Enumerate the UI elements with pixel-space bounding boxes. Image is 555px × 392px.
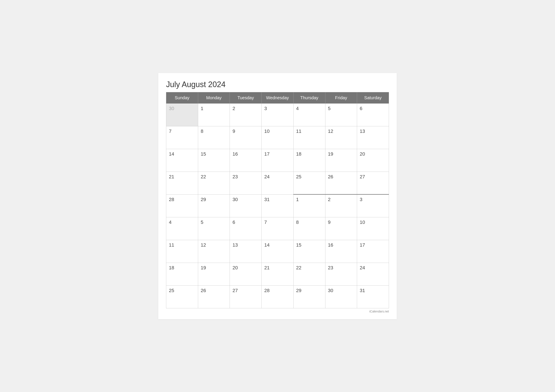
calendar-cell[interactable]: 2: [230, 103, 262, 126]
calendar-cell[interactable]: 28: [166, 194, 198, 217]
calendar-cell[interactable]: 27: [357, 172, 389, 194]
calendar-cell[interactable]: 14: [262, 240, 293, 263]
calendar-cell[interactable]: 30: [325, 285, 357, 308]
week-row-1: 78910111213: [166, 126, 389, 149]
header-cell-monday: Monday: [198, 92, 230, 103]
header-cell-friday: Friday: [325, 92, 357, 103]
calendar-cell[interactable]: 31: [357, 285, 389, 308]
calendar-cell[interactable]: 12: [325, 126, 357, 149]
week-row-3: 21222324252627: [166, 172, 389, 194]
calendar-cell[interactable]: 20: [357, 149, 389, 172]
calendar-cell[interactable]: 21: [262, 263, 293, 285]
calendar-cell[interactable]: 25: [293, 172, 325, 194]
calendar-cell[interactable]: 13: [357, 126, 389, 149]
calendar-cell[interactable]: 2: [325, 194, 357, 217]
calendar-cell[interactable]: 4: [166, 217, 198, 240]
calendar-cell[interactable]: 1: [198, 103, 230, 126]
calendar-table: SundayMondayTuesdayWednesdayThursdayFrid…: [166, 92, 389, 308]
calendar-cell[interactable]: 18: [166, 263, 198, 285]
calendar-cell[interactable]: 6: [230, 217, 262, 240]
calendar-cell[interactable]: 18: [293, 149, 325, 172]
calendar-cell[interactable]: 28: [262, 285, 293, 308]
calendar-cell[interactable]: 22: [198, 172, 230, 194]
header-cell-saturday: Saturday: [357, 92, 389, 103]
calendar-cell[interactable]: 10: [262, 126, 293, 149]
calendar-cell[interactable]: 3: [357, 194, 389, 217]
week-row-5: 45678910: [166, 217, 389, 240]
header-cell-thursday: Thursday: [293, 92, 325, 103]
calendar-cell[interactable]: 9: [230, 126, 262, 149]
week-row-8: 25262728293031: [166, 285, 389, 308]
calendar-cell[interactable]: 29: [293, 285, 325, 308]
calendar-cell[interactable]: 8: [198, 126, 230, 149]
week-row-7: 18192021222324: [166, 263, 389, 285]
week-row-6: 11121314151617: [166, 240, 389, 263]
calendar-cell[interactable]: 17: [357, 240, 389, 263]
header-row: SundayMondayTuesdayWednesdayThursdayFrid…: [166, 92, 389, 103]
calendar-cell[interactable]: 21: [166, 172, 198, 194]
calendar-cell[interactable]: 19: [198, 263, 230, 285]
calendar-cell[interactable]: 23: [230, 172, 262, 194]
calendar-cell[interactable]: 9: [325, 217, 357, 240]
calendar-cell[interactable]: 24: [357, 263, 389, 285]
calendar-cell[interactable]: 16: [325, 240, 357, 263]
calendar-cell[interactable]: 16: [230, 149, 262, 172]
header-cell-sunday: Sunday: [166, 92, 198, 103]
calendar-cell[interactable]: 26: [198, 285, 230, 308]
calendar-cell[interactable]: 13: [230, 240, 262, 263]
calendar-cell[interactable]: 23: [325, 263, 357, 285]
calendar-body: 3012345678910111213141516171819202122232…: [166, 103, 389, 308]
calendar-cell[interactable]: 7: [166, 126, 198, 149]
calendar-cell[interactable]: 6: [357, 103, 389, 126]
calendar-cell[interactable]: 20: [230, 263, 262, 285]
header-cell-tuesday: Tuesday: [230, 92, 262, 103]
week-row-2: 14151617181920: [166, 149, 389, 172]
calendar-cell[interactable]: 5: [198, 217, 230, 240]
calendar-cell[interactable]: 15: [198, 149, 230, 172]
calendar-cell[interactable]: 17: [262, 149, 293, 172]
calendar-cell[interactable]: 10: [357, 217, 389, 240]
calendar-cell[interactable]: 31: [262, 194, 293, 217]
calendar-cell[interactable]: 25: [166, 285, 198, 308]
calendar-cell[interactable]: 30: [166, 103, 198, 126]
calendar-cell[interactable]: 29: [198, 194, 230, 217]
calendar-cell[interactable]: 3: [262, 103, 293, 126]
calendar-cell[interactable]: 12: [198, 240, 230, 263]
footer-text: iCalendars.net: [166, 310, 389, 313]
week-row-0: 30123456: [166, 103, 389, 126]
calendar-title: July August 2024: [166, 80, 389, 89]
calendar-cell[interactable]: 11: [293, 126, 325, 149]
calendar-cell[interactable]: 22: [293, 263, 325, 285]
header-cell-wednesday: Wednesday: [262, 92, 293, 103]
calendar-cell[interactable]: 11: [166, 240, 198, 263]
calendar-container: July August 2024 SundayMondayTuesdayWedn…: [158, 73, 397, 319]
calendar-cell[interactable]: 30: [230, 194, 262, 217]
calendar-cell[interactable]: 14: [166, 149, 198, 172]
calendar-cell[interactable]: 19: [325, 149, 357, 172]
calendar-cell[interactable]: 4: [293, 103, 325, 126]
calendar-cell[interactable]: 27: [230, 285, 262, 308]
week-row-4: 28293031123: [166, 194, 389, 217]
calendar-cell[interactable]: 1: [293, 194, 325, 217]
calendar-cell[interactable]: 5: [325, 103, 357, 126]
calendar-cell[interactable]: 15: [293, 240, 325, 263]
calendar-cell[interactable]: 26: [325, 172, 357, 194]
calendar-header: SundayMondayTuesdayWednesdayThursdayFrid…: [166, 92, 389, 103]
calendar-cell[interactable]: 7: [262, 217, 293, 240]
calendar-cell[interactable]: 24: [262, 172, 293, 194]
calendar-cell[interactable]: 8: [293, 217, 325, 240]
